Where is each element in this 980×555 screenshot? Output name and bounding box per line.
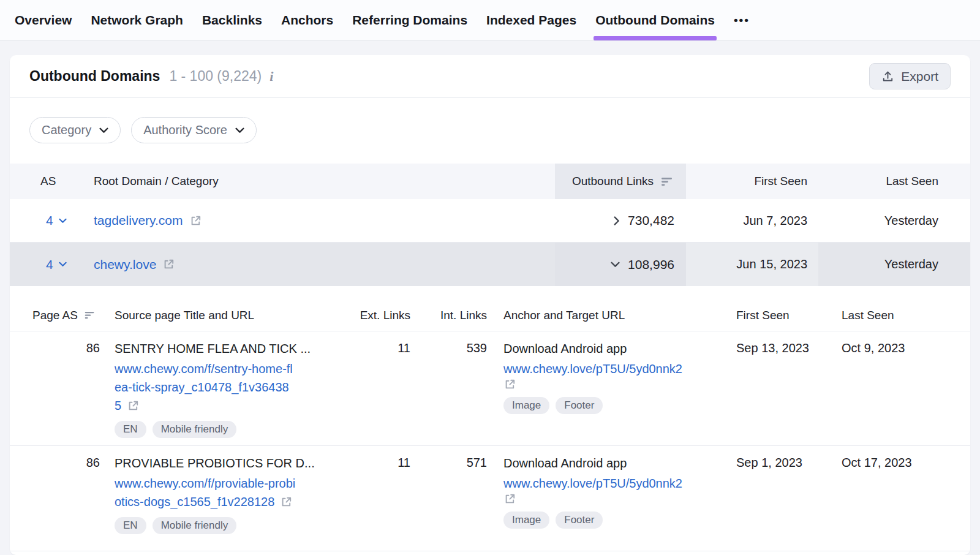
external-link-icon[interactable] — [189, 214, 202, 227]
ext-links-value: 11 — [356, 446, 423, 551]
page-row-proviable: 86 PROVIABLE PROBIOTICS FOR D... www.che… — [10, 446, 970, 551]
more-tabs-icon[interactable]: ••• — [734, 0, 750, 40]
source-pages-table: Page AS Source page Title and URL Ext. L… — [10, 300, 970, 551]
col-root-domain[interactable]: Root Domain / Category — [83, 164, 555, 199]
tab-backlinks[interactable]: Backlinks — [202, 0, 262, 40]
chevron-down-icon — [235, 127, 244, 134]
page-as-value: 86 — [10, 446, 108, 551]
chevron-down-icon — [59, 262, 67, 267]
external-link-icon[interactable] — [503, 493, 516, 505]
domain-row-chewy-love: 4 chewy.love 108,996 Jun 15, 2023 Yester… — [10, 243, 970, 286]
category-filter-label: Category — [42, 123, 91, 137]
int-links-value: 539 — [423, 331, 500, 445]
as-score-value: 4 — [46, 213, 53, 228]
page-title: Outbound Domains — [29, 68, 160, 85]
tab-network-graph[interactable]: Network Graph — [91, 0, 183, 40]
first-seen-value: Jun 15, 2023 — [686, 243, 818, 286]
outbound-links-value: 730,482 — [628, 213, 674, 228]
language-badge: EN — [115, 421, 146, 438]
link-type-badge: Image — [503, 397, 549, 414]
tab-overview[interactable]: Overview — [15, 0, 72, 40]
col-page-as[interactable]: Page AS — [10, 300, 108, 331]
last-seen-value: Oct 17, 2023 — [842, 446, 970, 551]
col-int-links[interactable]: Int. Links — [423, 300, 500, 331]
outbound-domains-card: Outbound Domains 1 - 100 (9,224) i Expor… — [10, 55, 970, 555]
outbound-links-value: 108,996 — [628, 257, 674, 272]
sort-desc-icon — [660, 176, 674, 187]
category-filter[interactable]: Category — [29, 117, 121, 143]
mobile-friendly-badge: Mobile friendly — [153, 421, 237, 438]
col-first-seen[interactable]: First Seen — [736, 300, 842, 331]
external-link-icon[interactable] — [503, 378, 516, 391]
filter-bar: Category Authority Score — [10, 98, 970, 164]
col-page-as-label: Page AS — [32, 309, 78, 322]
tab-outbound-domains[interactable]: Outbound Domains — [595, 0, 715, 40]
col-source-page[interactable]: Source page Title and URL — [108, 300, 356, 331]
chevron-down-icon — [99, 127, 108, 134]
external-link-icon[interactable] — [127, 399, 140, 412]
col-anchor-target[interactable]: Anchor and Target URL — [500, 300, 736, 331]
source-page-url[interactable]: www.chewy.com/f/proviable-probi otics-do… — [115, 474, 356, 511]
authority-score-filter-label: Authority Score — [143, 123, 227, 137]
source-page-url[interactable]: www.chewy.com/f/sentry-home-fl ea-tick-s… — [115, 360, 356, 415]
as-score-cell[interactable]: 4 — [10, 243, 83, 286]
source-page-title: PROVIABLE PROBIOTICS FOR D... — [115, 456, 356, 470]
anchor-text: Download Android app — [503, 456, 736, 470]
col-first-seen[interactable]: First Seen — [686, 164, 818, 199]
col-last-seen[interactable]: Last Seen — [842, 300, 970, 331]
export-button[interactable]: Export — [869, 63, 951, 89]
domain-row-tagdelivery: 4 tagdelivery.com 730,482 Jun 7, 2023 Ye… — [10, 199, 970, 243]
info-icon[interactable]: i — [270, 69, 273, 85]
tab-referring-domains[interactable]: Referring Domains — [352, 0, 467, 40]
chevron-down-icon — [59, 218, 67, 224]
card-header: Outbound Domains 1 - 100 (9,224) i Expor… — [10, 55, 970, 98]
domains-table-header: AS Root Domain / Category Outbound Links… — [10, 164, 970, 199]
pages-table-header: Page AS Source page Title and URL Ext. L… — [10, 300, 970, 331]
link-type-badge: Image — [503, 512, 549, 529]
link-position-badge: Footer — [556, 397, 603, 414]
upload-icon — [881, 70, 894, 83]
first-seen-value: Sep 13, 2023 — [736, 331, 842, 445]
language-badge: EN — [115, 517, 146, 534]
as-score-value: 4 — [46, 257, 53, 272]
as-score-cell[interactable]: 4 — [10, 199, 83, 243]
collapse-row-icon[interactable] — [611, 262, 620, 268]
last-seen-value: Yesterday — [818, 243, 970, 286]
export-label: Export — [901, 69, 938, 84]
target-url[interactable]: www.chewy.love/pT5U/5yd0nnk2 — [503, 360, 736, 391]
external-link-icon[interactable] — [162, 258, 175, 271]
last-seen-value: Oct 9, 2023 — [842, 331, 970, 445]
mobile-friendly-badge: Mobile friendly — [153, 517, 237, 534]
authority-score-filter[interactable]: Authority Score — [131, 117, 257, 143]
page-row-sentry: 86 SENTRY HOME FLEA AND TICK ... www.che… — [10, 331, 970, 446]
ext-links-value: 11 — [356, 331, 423, 445]
col-as[interactable]: AS — [10, 164, 83, 199]
result-range: 1 - 100 (9,224) — [169, 68, 262, 85]
domain-link[interactable]: tagdelivery.com — [94, 213, 183, 228]
col-outbound-links[interactable]: Outbound Links — [555, 164, 686, 199]
anchor-text: Download Android app — [503, 341, 736, 356]
first-seen-value: Sep 1, 2023 — [736, 446, 842, 551]
int-links-value: 571 — [423, 446, 500, 551]
last-seen-value: Yesterday — [818, 199, 970, 243]
page-as-value: 86 — [10, 331, 108, 445]
sort-desc-icon — [84, 311, 96, 320]
source-page-title: SENTRY HOME FLEA AND TICK ... — [115, 341, 356, 356]
report-tabs: Overview Network Graph Backlinks Anchors… — [0, 0, 980, 41]
link-position-badge: Footer — [556, 512, 603, 529]
col-outbound-links-label: Outbound Links — [572, 175, 654, 188]
tab-indexed-pages[interactable]: Indexed Pages — [486, 0, 576, 40]
domain-link[interactable]: chewy.love — [94, 257, 156, 272]
external-link-icon[interactable] — [280, 496, 293, 508]
tab-anchors[interactable]: Anchors — [281, 0, 333, 40]
expand-row-icon[interactable] — [614, 216, 620, 225]
first-seen-value: Jun 7, 2023 — [686, 199, 818, 243]
col-last-seen[interactable]: Last Seen — [818, 164, 970, 199]
col-ext-links[interactable]: Ext. Links — [356, 300, 423, 331]
target-url[interactable]: www.chewy.love/pT5U/5yd0nnk2 — [503, 474, 736, 505]
